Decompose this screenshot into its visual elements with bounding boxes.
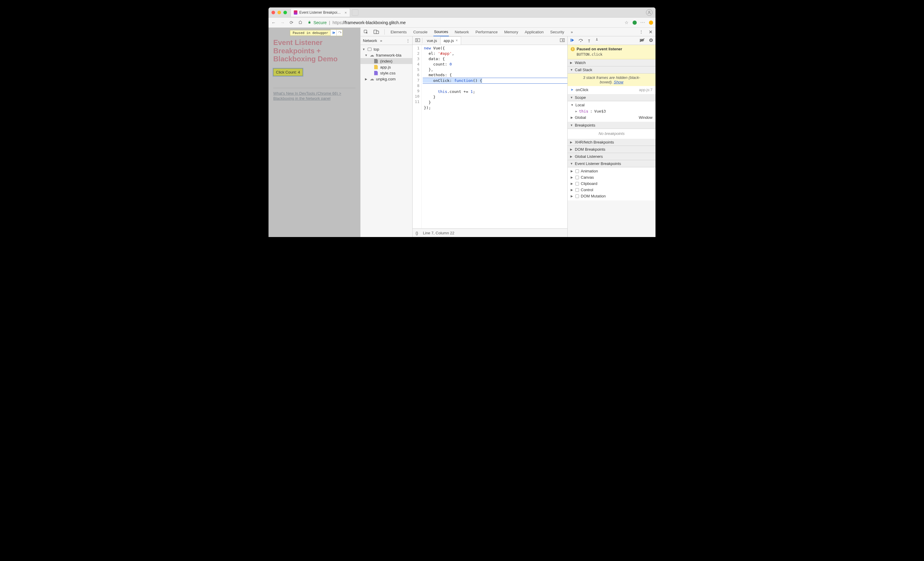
url-text: https://framework-blackboxing.glitch.me [333,20,406,25]
browser-tab[interactable]: Event Listener Breakpoints + B × [291,8,350,16]
elb-category[interactable]: ▶DOM Mutation [568,193,656,199]
tab-elements[interactable]: Elements [390,28,407,36]
svg-point-12 [580,41,581,42]
navigator-header: Network » ⋮ [360,36,412,45]
step-out-icon[interactable] [595,38,598,44]
svg-point-13 [589,41,590,42]
tab-security[interactable]: Security [549,28,565,36]
tree-file-index[interactable]: (index) [360,58,412,64]
overlay-resume-icon[interactable] [330,30,336,36]
devtools-panel: Elements Console Sources Network Perform… [360,28,656,237]
extension-icon-2[interactable] [649,21,653,25]
cursor-location: Line 7, Column 22 [423,231,454,235]
devtools-menu-icon[interactable]: ⋮ [639,30,643,34]
tabs-overflow-icon[interactable]: » [570,28,573,36]
resume-icon[interactable] [570,38,574,43]
zoom-window-icon[interactable] [284,11,287,14]
checkbox-icon[interactable] [575,176,579,179]
step-over-icon[interactable] [578,38,583,43]
inspect-element-icon[interactable] [363,30,368,34]
navigator-menu-icon[interactable]: ⋮ [406,38,410,43]
overlay-step-icon[interactable] [336,30,342,36]
navigator-overflow-icon[interactable]: » [380,38,382,43]
scope-this[interactable]: ▶this: Vue$3 [568,108,656,114]
toggle-debugger-icon[interactable] [559,38,566,43]
scope-local[interactable]: ▼Local [568,102,656,108]
section-global-listeners[interactable]: ▶Global Listeners [568,153,656,160]
editor-tab-vuejs[interactable]: vue.js [424,36,440,45]
close-tab-icon[interactable]: × [344,10,347,15]
back-icon[interactable]: ← [271,20,276,25]
show-blackboxed-link[interactable]: Show [614,80,624,84]
close-window-icon[interactable] [272,11,275,14]
code-editor[interactable]: 1234567891011 new Vue({ el: '#app', data… [412,45,567,228]
checkbox-icon[interactable] [575,188,579,192]
debugger-pane: iPaused on event listener BUTTON.click ▶… [568,36,656,237]
section-scope[interactable]: ▼Scope [568,94,656,101]
paused-banner-title: Paused on event listener [577,47,622,51]
click-count-button[interactable]: Click Count: 4 [273,69,303,76]
tab-performance[interactable]: Performance [475,28,498,36]
reload-icon[interactable]: ⟳ [289,20,294,25]
divider [273,88,356,88]
elb-category[interactable]: ▶Clipboard [568,180,656,187]
file-tree: ▼top ▼☁framework-bla (index) app.js styl… [360,45,412,237]
bookmark-star-icon[interactable]: ☆ [624,20,629,25]
tab-application[interactable]: Application [524,28,544,36]
minimize-window-icon[interactable] [278,11,281,14]
file-icon [374,59,378,63]
svg-point-3 [340,33,341,33]
svg-rect-1 [308,22,310,24]
devtools-close-icon[interactable]: ✕ [649,29,652,35]
svg-rect-11 [571,38,571,42]
current-frame-icon: ➤ [571,88,573,92]
scope-global[interactable]: ▶GlobalWindow [568,114,656,121]
close-tab-icon[interactable]: × [456,38,458,43]
elb-category[interactable]: ▶Animation [568,168,656,174]
section-breakpoints[interactable]: ▼Breakpoints [568,122,656,129]
extension-overflow-icon[interactable]: ••• [640,21,645,24]
checkbox-icon[interactable] [575,182,579,186]
toggle-navigator-icon[interactable] [414,38,421,43]
tree-file-appjs[interactable]: app.js [360,64,412,70]
extension-icon-1[interactable] [633,21,637,25]
elb-list: ▶Animation▶Canvas▶Clipboard▶Control▶DOM … [568,167,656,200]
tree-node-top[interactable]: ▼top [360,46,412,52]
tab-console[interactable]: Console [412,28,428,36]
devtools-tabbar: Elements Console Sources Network Perform… [360,28,656,36]
paused-banner-code: BUTTON.click [577,52,652,57]
section-callstack[interactable]: ▼Call Stack [568,66,656,74]
navigator-tab-label[interactable]: Network [363,38,377,43]
profile-avatar-icon[interactable] [646,9,652,16]
pause-on-exceptions-icon[interactable] [649,38,653,43]
checkbox-icon[interactable] [575,195,579,198]
section-elb[interactable]: ▼Event Listener Breakpoints [568,160,656,167]
elb-category[interactable]: ▶Canvas [568,174,656,180]
checkbox-icon[interactable] [575,170,579,173]
editor-tab-appjs[interactable]: app.js× [440,36,461,45]
tab-network[interactable]: Network [454,28,470,36]
section-watch[interactable]: ▶Watch [568,59,656,66]
page-link[interactable]: What's New In DevTools (Chrome 66) > Bla… [273,91,356,101]
pretty-print-icon[interactable]: {} [416,231,418,235]
tab-title: Event Listener Breakpoints + B [299,10,343,15]
paused-banner: iPaused on event listener BUTTON.click [568,45,656,59]
home-icon[interactable] [298,20,303,25]
cloud-icon: ☁ [369,76,374,81]
step-into-icon[interactable] [587,38,591,44]
section-dom[interactable]: ▶DOM Breakpoints [568,146,656,153]
tree-node-domain[interactable]: ▼☁framework-bla [360,52,412,58]
tree-file-stylecss[interactable]: style.css [360,70,412,76]
secure-label: Secure [314,20,327,25]
tab-memory[interactable]: Memory [504,28,519,36]
omnibox[interactable]: Secure | https://framework-blackboxing.g… [308,20,620,25]
new-tab-button[interactable] [352,9,358,16]
tree-node-unpkg[interactable]: ▶☁unpkg.com [360,76,412,82]
tab-sources[interactable]: Sources [434,28,449,36]
device-toggle-icon[interactable] [374,30,379,34]
elb-category[interactable]: ▶Control [568,187,656,193]
section-xhr[interactable]: ▶XHR/fetch Breakpoints [568,139,656,146]
callstack-frame[interactable]: ➤onClickapp.js:7 [568,87,656,93]
code-body[interactable]: new Vue({ el: '#app', data: { count: 0 }… [422,45,567,228]
deactivate-breakpoints-icon[interactable] [639,38,645,43]
